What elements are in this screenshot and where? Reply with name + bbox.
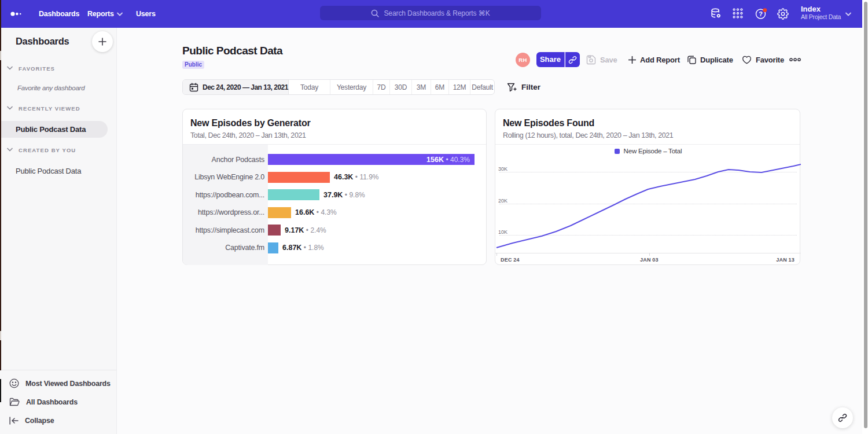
svg-text:?: ?: [759, 10, 763, 17]
